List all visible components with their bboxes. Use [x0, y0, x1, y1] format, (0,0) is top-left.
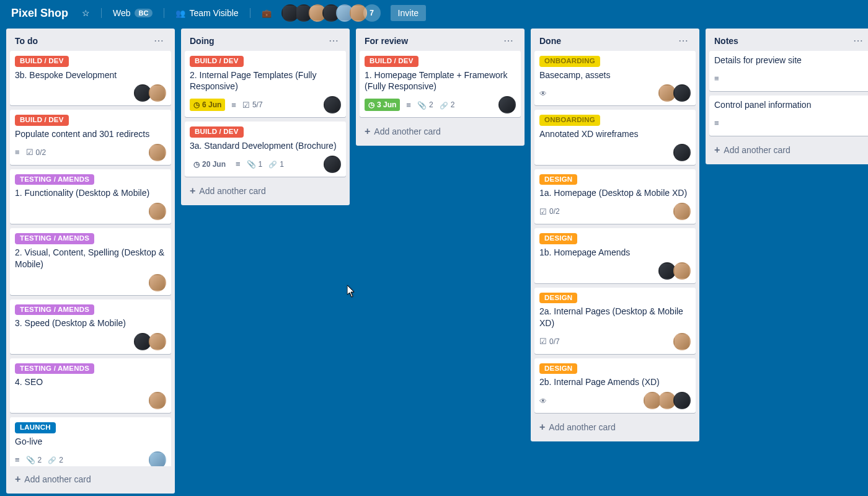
card-label[interactable]: TESTING / AMENDS — [15, 233, 94, 244]
card[interactable]: BUILD / DEV3a. Standard Development (Bro… — [185, 122, 346, 176]
card-title: Basecamp, assets — [539, 70, 610, 80]
card-title: Populate content and 301 redirects — [15, 129, 149, 139]
card-label[interactable]: BUILD / DEV — [15, 115, 69, 126]
visibility-button[interactable]: Team Visible — [170, 6, 243, 20]
divider — [101, 8, 102, 18]
card[interactable]: ONBOARDINGBasecamp, assets — [534, 51, 696, 105]
card-footer — [15, 392, 166, 409]
list-menu-button[interactable]: ⋯ — [326, 35, 341, 47]
badge-text: 0/2 — [36, 148, 46, 157]
card-footer: 0/7 — [539, 333, 691, 350]
list: For review⋯BUILD / DEV1. Homepage Templa… — [356, 29, 525, 146]
card-badges: 0/2 — [539, 206, 560, 216]
avatar[interactable] — [673, 144, 691, 161]
add-card-button[interactable]: Add another card — [185, 180, 346, 202]
due-date-text: 20 Jun — [202, 159, 226, 169]
card-label[interactable]: ONBOARDING — [539, 115, 600, 126]
list-menu-button[interactable]: ⋯ — [501, 35, 516, 47]
list-title[interactable]: To do — [15, 36, 38, 46]
avatar[interactable] — [673, 333, 691, 350]
add-card-label: Add another card — [374, 126, 440, 136]
due-date-badge[interactable]: 20 Jun — [190, 158, 229, 170]
avatar[interactable] — [324, 156, 341, 173]
card[interactable]: BUILD / DEVPopulate content and 301 redi… — [10, 110, 171, 164]
attachment-badge: 2 — [26, 455, 42, 465]
card[interactable]: DESIGN1b. Homepage Amends — [534, 228, 696, 283]
card-title: 2b. Internal Page Amends (XD) — [539, 377, 660, 387]
avatar[interactable] — [149, 84, 166, 102]
card[interactable]: Control panel information — [709, 95, 868, 136]
badge-text: 0/7 — [549, 337, 560, 347]
card[interactable]: BUILD / DEV2. Internal Page Templates (F… — [185, 51, 346, 117]
card-label[interactable]: DESIGN — [539, 363, 577, 374]
card[interactable]: DESIGN1a. Homepage (Desktop & Mobile XD)… — [534, 169, 696, 224]
avatar[interactable] — [149, 451, 166, 466]
due-date-badge[interactable]: 6 Jun — [190, 99, 225, 111]
add-card-button[interactable]: Add another card — [360, 121, 521, 142]
avatar-overflow-count[interactable]: 7 — [363, 4, 381, 22]
avatar[interactable] — [149, 144, 166, 161]
list-title[interactable]: Done — [539, 36, 561, 46]
list-title[interactable]: Notes — [714, 36, 738, 46]
card-badges: 0/2 — [15, 148, 46, 157]
list-menu-button[interactable]: ⋯ — [851, 35, 866, 47]
avatar[interactable] — [324, 96, 341, 113]
card[interactable]: TESTING / AMENDS3. Speed (Desktop & Mobi… — [10, 299, 171, 354]
avatar[interactable] — [673, 84, 691, 102]
description-icon — [15, 456, 20, 464]
card-label[interactable]: BUILD / DEV — [15, 56, 69, 67]
avatar[interactable] — [673, 262, 691, 280]
card-label[interactable]: TESTING / AMENDS — [15, 304, 94, 316]
briefcase-button[interactable] — [257, 6, 277, 20]
workspace-button[interactable]: Web BC — [108, 6, 157, 20]
avatar[interactable] — [673, 392, 691, 409]
avatar[interactable] — [498, 96, 516, 113]
card[interactable]: DESIGN2b. Internal Page Amends (XD) — [534, 358, 696, 413]
card-label[interactable]: BUILD / DEV — [190, 56, 244, 67]
avatar[interactable] — [149, 203, 166, 220]
card-label[interactable]: TESTING / AMENDS — [15, 363, 94, 374]
card-label[interactable]: DESIGN — [539, 233, 577, 244]
add-card-button[interactable]: Add another card — [709, 140, 868, 161]
list-title[interactable]: Doing — [190, 36, 215, 46]
card[interactable]: TESTING / AMENDS1. Functionality (Deskto… — [10, 169, 171, 224]
card[interactable]: TESTING / AMENDS4. SEO — [10, 358, 171, 413]
avatar[interactable] — [149, 274, 166, 291]
card-label[interactable]: LAUNCH — [15, 422, 56, 433]
card-label[interactable]: ONBOARDING — [539, 56, 600, 67]
avatar[interactable] — [149, 392, 166, 409]
card-badges — [714, 74, 719, 82]
badge-text: 1 — [280, 159, 284, 169]
card-title: 4. SEO — [15, 377, 43, 387]
board-canvas[interactable]: To do⋯BUILD / DEV3b. Bespoke Development… — [0, 26, 868, 496]
card[interactable]: DESIGN2a. Internal Pages (Desktop & Mobi… — [534, 288, 696, 354]
card-label[interactable]: DESIGN — [539, 293, 577, 304]
add-card-button[interactable]: Add another card — [10, 469, 171, 490]
card-label[interactable]: BUILD / DEV — [365, 56, 418, 67]
card-title: Details for preview site — [714, 55, 802, 65]
card[interactable]: TESTING / AMENDS2. Visual, Content, Spel… — [10, 228, 171, 294]
card-label[interactable]: TESTING / AMENDS — [15, 174, 94, 185]
board-members-stack[interactable]: 7 — [281, 4, 381, 22]
star-board-button[interactable] — [77, 6, 95, 20]
list-menu-button[interactable]: ⋯ — [151, 35, 166, 47]
card[interactable]: LAUNCHGo-live22 — [10, 417, 171, 466]
due-date-badge[interactable]: 3 Jun — [365, 99, 400, 111]
card[interactable]: Details for preview site — [709, 51, 868, 91]
invite-button[interactable]: Invite — [391, 5, 426, 21]
card[interactable]: BUILD / DEV1. Homepage Template + Framew… — [360, 51, 521, 117]
card-label[interactable]: BUILD / DEV — [190, 126, 244, 138]
add-card-button[interactable]: Add another card — [534, 417, 696, 438]
card[interactable]: BUILD / DEV3b. Bespoke Development — [10, 51, 171, 105]
card[interactable]: ONBOARDINGAnnotated XD wireframes — [534, 110, 696, 164]
avatar[interactable] — [149, 333, 166, 350]
checklist-icon — [26, 148, 33, 156]
avatar[interactable] — [673, 203, 691, 220]
list-title[interactable]: For review — [365, 36, 408, 46]
card-label[interactable]: DESIGN — [539, 174, 577, 185]
card-members — [676, 144, 691, 161]
add-card-label: Add another card — [549, 422, 615, 432]
board-header: Pixel Shop Web BC Team Visible 7 Invite — [0, 0, 868, 26]
list-menu-button[interactable]: ⋯ — [676, 35, 691, 47]
board-title[interactable]: Pixel Shop — [7, 7, 72, 20]
